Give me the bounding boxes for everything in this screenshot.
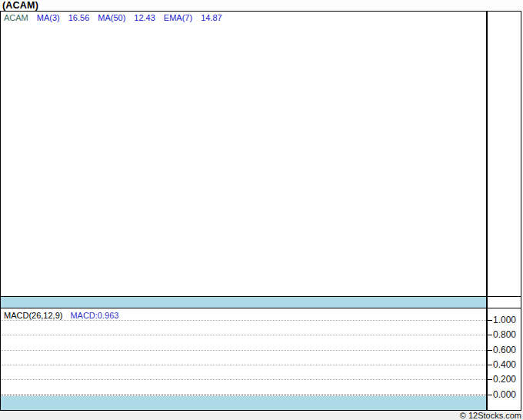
panel-separator-band bbox=[1, 296, 521, 308]
gridline-0.000-zero bbox=[1, 395, 486, 395]
y-axis-label: 0.200 bbox=[493, 374, 521, 385]
y-axis-tick bbox=[488, 365, 492, 365]
y-axis-label: 0.000 bbox=[493, 389, 521, 400]
legend-ma3-value: 16.56 bbox=[68, 13, 90, 23]
y-axis-label: 0.600 bbox=[493, 345, 521, 355]
y-axis-tick bbox=[488, 379, 492, 380]
footer-strip: © 12Stocks.com bbox=[0, 411, 523, 420]
page-title: (ACAM) bbox=[2, 0, 38, 11]
legend-ticker: ACAM bbox=[4, 13, 28, 23]
y-axis-label: 0.400 bbox=[493, 359, 521, 370]
price-legend: ACAM MA(3) 16.56 MA(50) 12.43 EMA(7) 14.… bbox=[4, 13, 222, 23]
y-axis-label: 0.800 bbox=[493, 329, 521, 340]
gridline-1.000 bbox=[1, 320, 486, 321]
macd-bottom-band bbox=[1, 396, 486, 410]
panel-separator-band-fill bbox=[1, 297, 486, 308]
y-axis-tick bbox=[488, 395, 492, 395]
chart-frame: ACAM MA(3) 16.56 MA(50) 12.43 EMA(7) 14.… bbox=[0, 11, 521, 411]
gridline-0.200 bbox=[1, 379, 486, 380]
gridline-0.600 bbox=[1, 350, 486, 351]
y-axis-tick bbox=[488, 335, 492, 335]
legend-ema7-value: 14.87 bbox=[201, 13, 222, 23]
y-axis-tick bbox=[488, 350, 492, 351]
y-axis-tick bbox=[488, 320, 492, 321]
gridline-0.800 bbox=[1, 335, 486, 335]
stock-chart-page: (ACAM) ACAM MA(3) 16.56 MA(50) 12.43 EMA… bbox=[0, 0, 523, 420]
copyright-brand: © 12Stocks.com bbox=[460, 411, 521, 420]
gridline-0.400 bbox=[1, 365, 486, 365]
legend-ma50-value: 12.43 bbox=[134, 13, 155, 23]
legend-ema7-label: EMA(7) bbox=[164, 13, 192, 23]
legend-ma50-label: MA(50) bbox=[98, 13, 125, 23]
legend-ma3-label: MA(3) bbox=[37, 13, 60, 23]
y-axis-label: 1.000 bbox=[493, 315, 521, 325]
